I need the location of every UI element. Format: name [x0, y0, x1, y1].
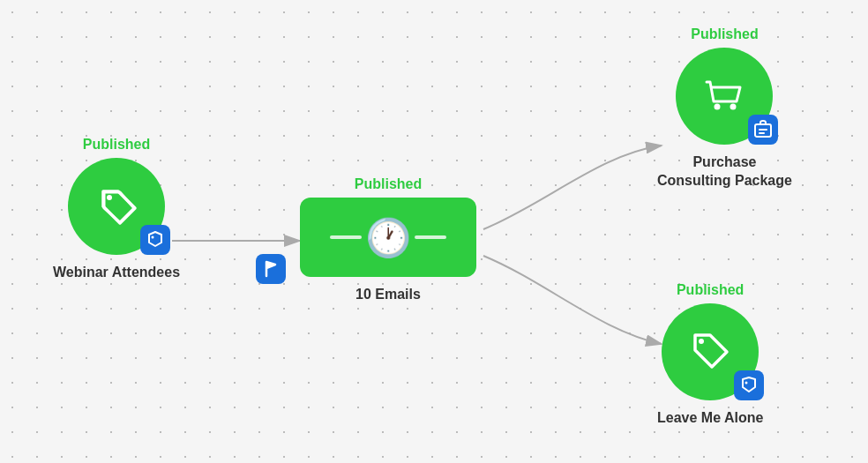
purchase-node[interactable]: Published Purchase Consulting Package: [657, 26, 792, 190]
emails-label: 10 Emails: [355, 286, 421, 304]
purchase-published-label: Published: [691, 26, 758, 42]
webinar-badge: [140, 225, 170, 255]
tag-icon: [94, 183, 139, 229]
emails-rect[interactable]: 🕐: [300, 198, 476, 277]
webinar-label: Webinar Attendees: [53, 264, 180, 282]
webinar-published-label: Published: [83, 137, 150, 153]
purchase-circle[interactable]: [676, 48, 773, 145]
leave-node[interactable]: Published Leave Me Alone: [657, 282, 763, 428]
leave-circle[interactable]: [662, 303, 759, 400]
email-icon-row: 🕐: [330, 216, 446, 259]
svg-point-10: [745, 382, 748, 385]
dash-left: [330, 235, 362, 239]
svg-point-9: [699, 339, 704, 344]
svg-point-4: [715, 104, 721, 110]
leave-published-label: Published: [677, 282, 744, 298]
leave-label: Leave Me Alone: [657, 409, 763, 428]
webinar-circle[interactable]: [68, 158, 165, 255]
emails-badge: [256, 254, 286, 284]
purchase-label: Purchase Consulting Package: [657, 153, 792, 190]
leave-tag-icon: [686, 328, 734, 376]
svg-point-5: [730, 104, 737, 110]
purchase-badge: [748, 115, 778, 145]
svg-point-2: [107, 195, 112, 200]
webinar-node[interactable]: Published Webinar Attendees: [53, 137, 180, 282]
emails-published-label: Published: [355, 176, 422, 192]
clock-icon: 🕐: [365, 216, 411, 259]
dash-right: [415, 235, 446, 239]
flag-icon: [262, 260, 280, 278]
webinar-badge-icon: [146, 231, 164, 249]
cart-icon: [700, 71, 749, 121]
leave-badge: [734, 370, 764, 400]
leave-badge-icon: [740, 377, 758, 394]
emails-node[interactable]: Published 🕐 10 Emails: [300, 176, 476, 304]
svg-point-3: [152, 236, 154, 239]
purchase-badge-icon: [753, 120, 773, 139]
